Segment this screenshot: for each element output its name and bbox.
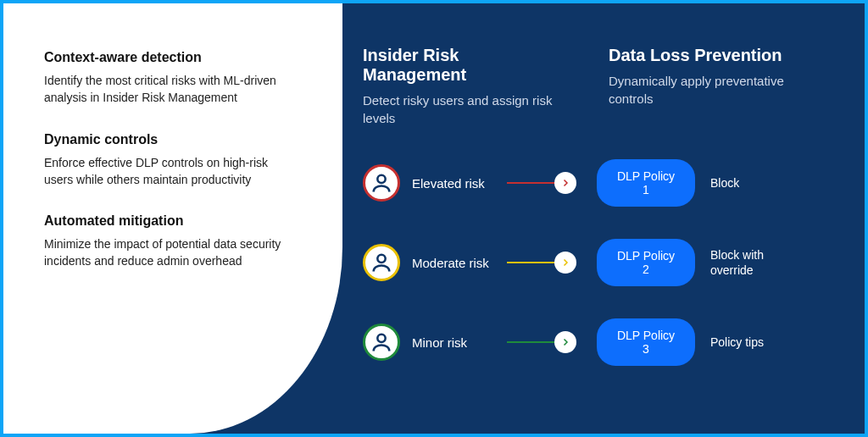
column-subtitle: Detect risky users and assign risk level… <box>363 91 566 127</box>
dlp-action: Policy tips <box>710 335 764 350</box>
person-icon <box>363 244 400 281</box>
svg-point-1 <box>377 255 385 263</box>
feature-title: Dynamic controls <box>44 132 281 147</box>
chevron-right-icon <box>554 252 576 274</box>
connector-line <box>507 341 556 343</box>
column-title: Data Loss Prevention <box>609 46 812 65</box>
risk-row-minor: Minor risk DLP Policy 3 Policy tips <box>363 318 863 366</box>
feature-context-aware: Context-aware detection Identify the mos… <box>44 50 281 107</box>
column-irm: Insider Risk Management Detect risky use… <box>363 46 566 127</box>
svg-point-0 <box>377 175 385 183</box>
person-icon <box>363 164 400 202</box>
right-panel: Insider Risk Management Detect risky use… <box>363 3 863 434</box>
chevron-right-icon <box>554 172 576 194</box>
feature-desc: Minimize the impact of potential data se… <box>44 235 281 270</box>
column-subtitle: Dynamically apply preventative controls <box>609 72 812 108</box>
risk-label: Elevated risk <box>412 176 507 191</box>
column-title: Insider Risk Management <box>363 46 566 85</box>
feature-desc: Enforce effective DLP controls on high-r… <box>44 154 281 189</box>
risk-row-moderate: Moderate risk DLP Policy 2 Block with ov… <box>363 239 863 286</box>
connector-line <box>507 182 556 184</box>
slide-frame: Context-aware detection Identify the mos… <box>0 0 868 437</box>
svg-point-2 <box>377 335 385 342</box>
feature-title: Context-aware detection <box>44 50 281 65</box>
left-panel: Context-aware detection Identify the mos… <box>3 3 342 434</box>
risk-row-elevated: Elevated risk DLP Policy 1 Block <box>363 159 863 207</box>
connector-line <box>507 262 556 263</box>
column-dlp: Data Loss Prevention Dynamically apply p… <box>609 46 812 127</box>
chevron-right-icon <box>554 331 576 353</box>
risk-label: Moderate risk <box>412 256 507 270</box>
person-icon <box>363 324 400 361</box>
dlp-action: Block with override <box>710 247 787 278</box>
risk-rows: Elevated risk DLP Policy 1 Block Moderat… <box>363 159 863 366</box>
feature-desc: Identify the most critical risks with ML… <box>44 72 281 107</box>
dlp-action: Block <box>710 175 739 191</box>
dlp-policy-pill: DLP Policy 1 <box>597 159 695 207</box>
feature-automated-mitigation: Automated mitigation Minimize the impact… <box>44 213 281 270</box>
dlp-policy-pill: DLP Policy 2 <box>597 239 695 286</box>
dlp-policy-pill: DLP Policy 3 <box>597 318 695 366</box>
risk-label: Minor risk <box>412 335 507 350</box>
column-headers: Insider Risk Management Detect risky use… <box>363 46 863 127</box>
feature-title: Automated mitigation <box>44 213 281 229</box>
feature-dynamic-controls: Dynamic controls Enforce effective DLP c… <box>44 132 281 189</box>
